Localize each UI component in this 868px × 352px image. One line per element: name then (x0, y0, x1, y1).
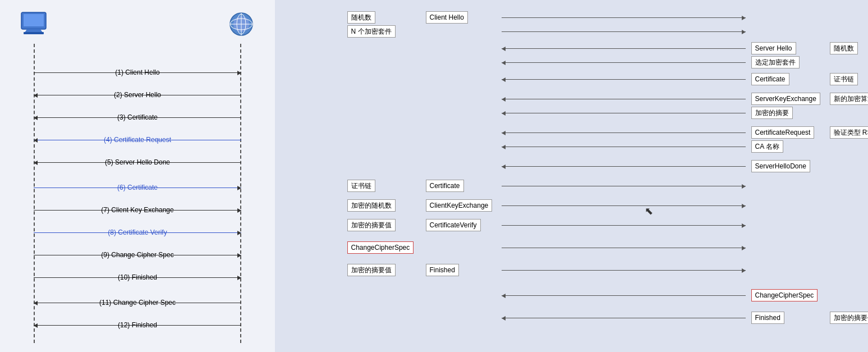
ssl-server-actor (219, 9, 264, 37)
box-6-0: 加密的摘要 (751, 107, 793, 119)
msg-5: (5) Server Hello Done (34, 156, 241, 168)
msg-12: (12) Finished (34, 319, 241, 331)
arrow-15 (502, 295, 746, 296)
box-16-0: Finished (751, 312, 784, 324)
arrow-8 (502, 147, 746, 147)
arrow-4 (502, 79, 746, 80)
msg-text-8: (8) Certificate Verify (108, 228, 167, 236)
box-10-0: 证书链 (347, 180, 375, 192)
arrow-13 (502, 248, 746, 248)
box-12-0: 加密的摘要值 (347, 219, 396, 231)
box-15-0: ChangeCipherSpec (751, 289, 818, 301)
box-0-0: 随机数 (347, 11, 375, 24)
box-4-0: Certificate (751, 73, 789, 85)
msg-4: (4) Certificate Request (34, 134, 241, 146)
msg-2: (2) Server Hello (34, 89, 241, 101)
box-12-1: CertificateVerify (426, 219, 481, 231)
box-1-0: N 个加密套件 (347, 25, 396, 38)
msg-7: (7) Client Key Exchange (34, 204, 241, 216)
svg-rect-3 (24, 32, 44, 34)
arrow-10 (502, 186, 746, 186)
box-14-1: Finished (426, 264, 459, 276)
arrow-0 (502, 17, 746, 18)
right-panel: 随机数Client HelloN 个加密套件Server Hello随机数选定加… (275, 0, 868, 352)
msg-text-9: (9) Change Cipher Spec (101, 251, 173, 259)
arrow-7 (502, 132, 746, 133)
msg-text-12: (12) Finished (118, 321, 157, 329)
arrow-2 (502, 48, 746, 49)
arrow-9 (502, 166, 746, 167)
msg-text-7: (7) Client Key Exchange (101, 206, 173, 214)
arrow-3 (502, 62, 746, 63)
box-4-1: 证书链 (830, 73, 858, 85)
msg-11: (11) Change Cipher Spec (34, 296, 241, 309)
arrow-6 (502, 113, 746, 113)
box-7-0: CertificateRequest (751, 126, 815, 139)
msg-8: (8) Certificate Verify (34, 226, 241, 239)
box-5-1: 新的加密算法参数 (830, 93, 869, 105)
arrow-11 (502, 205, 746, 206)
box-9-0: ServerHelloDone (751, 160, 810, 172)
ssl-server-icon (227, 11, 256, 37)
sequence-area: (1) Client Hello(2) Server Hello(3) Cert… (11, 44, 264, 343)
arrow-1 (502, 31, 746, 32)
box-3-0: 选定加密套件 (751, 56, 800, 68)
arrow-12 (502, 225, 746, 226)
msg-text-5: (5) Server Hello Done (105, 158, 170, 166)
actors-row (11, 9, 264, 37)
msg-text-1: (1) Client Hello (115, 68, 159, 76)
mouse-cursor: ⬉ (645, 205, 653, 217)
msg-text-2: (2) Server Hello (114, 91, 161, 99)
msg-3: (3) Certificate (34, 111, 241, 124)
box-10-1: Certificate (426, 180, 464, 192)
box-2-1: 随机数 (830, 42, 858, 54)
box-16-1: 加密的摘要值 (830, 312, 869, 324)
box-11-0: 加密的随机数 (347, 199, 396, 212)
ssl-diagram: 随机数Client HelloN 个加密套件Server Hello随机数选定加… (342, 6, 802, 342)
msg-text-3: (3) Certificate (117, 113, 158, 121)
msg-10: (10) Finished (34, 271, 241, 284)
arrow-16 (502, 318, 746, 318)
msg-text-10: (10) Finished (118, 273, 157, 281)
ssl-client-actor (11, 9, 56, 37)
box-14-0: 加密的摘要值 (347, 264, 396, 276)
left-panel: (1) Client Hello(2) Server Hello(3) Cert… (0, 0, 275, 352)
box-8-0: CA 名称 (751, 140, 783, 153)
box-2-0: Server Hello (751, 42, 796, 54)
box-13-0: ChangeCipherSpec (347, 241, 414, 254)
ssl-client-icon (19, 11, 48, 37)
msg-1: (1) Client Hello (34, 66, 241, 79)
box-0-1: Client Hello (426, 11, 468, 24)
box-7-1: 验证类型 RSA (830, 126, 869, 139)
box-5-0: ServerKeyExchange (751, 93, 820, 105)
box-11-1: ClientKeyExchange (426, 199, 493, 212)
svg-rect-1 (24, 14, 44, 26)
msg-text-6: (6) Certificate (117, 184, 158, 191)
arrow-5 (502, 99, 746, 99)
msg-text-11: (11) Change Cipher Spec (99, 299, 176, 307)
msg-6: (6) Certificate (34, 181, 241, 194)
msg-text-4: (4) Certificate Request (104, 136, 171, 144)
msg-9: (9) Change Cipher Spec (34, 249, 241, 261)
arrow-14 (502, 270, 746, 271)
